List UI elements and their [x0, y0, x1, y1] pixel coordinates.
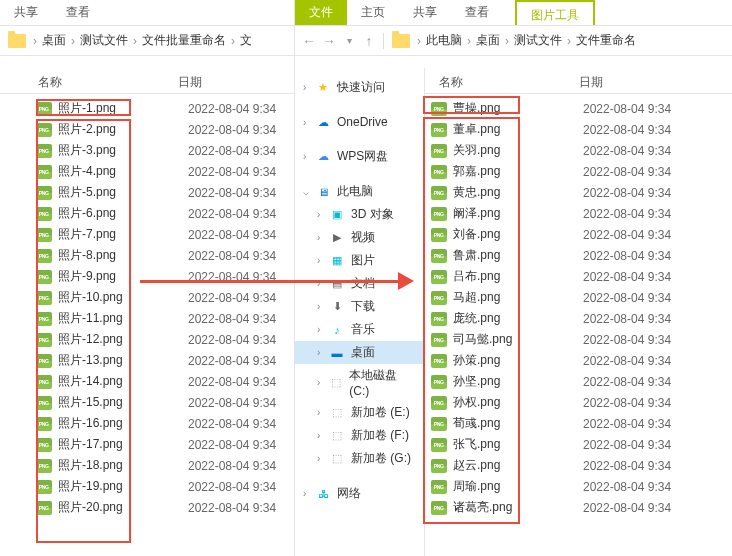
crumb[interactable]: 桌面	[474, 32, 502, 49]
sidebar-item[interactable]: ›▶视频	[295, 226, 424, 249]
file-row[interactable]: 黄忠.png2022-08-04 9:34	[425, 182, 732, 203]
file-row[interactable]: 照片-9.png2022-08-04 9:34	[30, 266, 294, 287]
sidebar-item[interactable]: ›⬇下载	[295, 295, 424, 318]
dropdown-icon[interactable]: ▾	[339, 31, 359, 51]
sidebar-item[interactable]: ›⬚新加卷 (F:)	[295, 424, 424, 447]
file-row[interactable]: 刘备.png2022-08-04 9:34	[425, 224, 732, 245]
crumb[interactable]: 测试文件	[78, 32, 130, 49]
sidebar-item-label: 图片	[351, 252, 375, 269]
file-row[interactable]: 照片-10.png2022-08-04 9:34	[30, 287, 294, 308]
file-row[interactable]: 照片-15.png2022-08-04 9:34	[30, 392, 294, 413]
forward-icon[interactable]: →	[319, 31, 339, 51]
tab-share[interactable]: 共享	[0, 0, 52, 25]
file-row[interactable]: 照片-11.png2022-08-04 9:34	[30, 308, 294, 329]
file-row[interactable]: 照片-17.png2022-08-04 9:34	[30, 434, 294, 455]
file-row[interactable]: 照片-7.png2022-08-04 9:34	[30, 224, 294, 245]
png-file-icon	[36, 291, 52, 305]
up-icon[interactable]: ↑	[359, 31, 379, 51]
sidebar-item[interactable]: ›▦图片	[295, 249, 424, 272]
file-row[interactable]: 吕布.png2022-08-04 9:34	[425, 266, 732, 287]
tab-share[interactable]: 共享	[399, 0, 451, 25]
sidebar-quick-access[interactable]: › ★ 快速访问	[295, 76, 424, 99]
crumb[interactable]: 文	[238, 32, 254, 49]
file-row[interactable]: 照片-6.png2022-08-04 9:34	[30, 203, 294, 224]
sidebar-item[interactable]: ›⬚新加卷 (G:)	[295, 447, 424, 470]
sidebar-item[interactable]: ›⬚本地磁盘 (C:)	[295, 364, 424, 401]
file-list-left[interactable]: 照片-1.png2022-08-04 9:34照片-2.png2022-08-0…	[0, 94, 294, 556]
crumb[interactable]: 测试文件	[512, 32, 564, 49]
tab-view[interactable]: 查看	[451, 0, 503, 25]
tab-home[interactable]: 主页	[347, 0, 399, 25]
chevron-right-icon: ›	[317, 255, 327, 266]
file-row[interactable]: 照片-1.png2022-08-04 9:34	[30, 98, 294, 119]
file-date: 2022-08-04 9:34	[583, 501, 671, 515]
file-row[interactable]: 阚泽.png2022-08-04 9:34	[425, 203, 732, 224]
file-row[interactable]: 郭嘉.png2022-08-04 9:34	[425, 161, 732, 182]
back-icon[interactable]: ←	[299, 31, 319, 51]
sidebar-this-pc[interactable]: ⌵ 🖥 此电脑	[295, 180, 424, 203]
crumb[interactable]: 文件批量重命名	[140, 32, 228, 49]
file-date: 2022-08-04 9:34	[188, 291, 276, 305]
file-row[interactable]: 孙坚.png2022-08-04 9:34	[425, 371, 732, 392]
crumb[interactable]: 此电脑	[424, 32, 464, 49]
file-row[interactable]: 照片-4.png2022-08-04 9:34	[30, 161, 294, 182]
file-row[interactable]: 荀彧.png2022-08-04 9:34	[425, 413, 732, 434]
file-row[interactable]: 照片-3.png2022-08-04 9:34	[30, 140, 294, 161]
sidebar-onedrive[interactable]: › ☁ OneDrive	[295, 111, 424, 133]
png-file-icon	[431, 396, 447, 410]
sidebar-wps[interactable]: › ☁ WPS网盘	[295, 145, 424, 168]
file-row[interactable]: 孙权.png2022-08-04 9:34	[425, 392, 732, 413]
crumb[interactable]: 文件重命名	[574, 32, 638, 49]
chevron-right-icon: ›	[317, 324, 327, 335]
col-date[interactable]: 日期	[170, 68, 294, 93]
tab-view[interactable]: 查看	[52, 0, 104, 25]
png-file-icon	[36, 186, 52, 200]
file-row[interactable]: 照片-19.png2022-08-04 9:34	[30, 476, 294, 497]
file-row[interactable]: 张飞.png2022-08-04 9:34	[425, 434, 732, 455]
chevron-right-icon: ›	[30, 34, 40, 48]
sidebar-item[interactable]: ›▤文档	[295, 272, 424, 295]
col-name[interactable]: 名称	[431, 68, 571, 93]
crumb[interactable]: 桌面	[40, 32, 68, 49]
file-row[interactable]: 鲁肃.png2022-08-04 9:34	[425, 245, 732, 266]
file-date: 2022-08-04 9:34	[188, 270, 276, 284]
file-row[interactable]: 照片-12.png2022-08-04 9:34	[30, 329, 294, 350]
file-name: 照片-1.png	[58, 100, 188, 117]
tab-picture-tools[interactable]: 图片工具	[515, 0, 595, 25]
file-row[interactable]: 照片-16.png2022-08-04 9:34	[30, 413, 294, 434]
file-row[interactable]: 司马懿.png2022-08-04 9:34	[425, 329, 732, 350]
col-name[interactable]: 名称	[30, 68, 170, 93]
sidebar-item[interactable]: ›♪音乐	[295, 318, 424, 341]
file-name: 照片-7.png	[58, 226, 188, 243]
file-row[interactable]: 庞统.png2022-08-04 9:34	[425, 308, 732, 329]
file-row[interactable]: 孙策.png2022-08-04 9:34	[425, 350, 732, 371]
nav-bar-left: › 桌面 › 测试文件 › 文件批量重命名 › 文	[0, 26, 294, 56]
file-row[interactable]: 照片-13.png2022-08-04 9:34	[30, 350, 294, 371]
file-row[interactable]: 照片-14.png2022-08-04 9:34	[30, 371, 294, 392]
sidebar-item[interactable]: ›▬桌面	[295, 341, 424, 364]
divider	[383, 33, 384, 49]
file-row[interactable]: 周瑜.png2022-08-04 9:34	[425, 476, 732, 497]
file-row[interactable]: 照片-8.png2022-08-04 9:34	[30, 245, 294, 266]
file-row[interactable]: 关羽.png2022-08-04 9:34	[425, 140, 732, 161]
file-row[interactable]: 照片-2.png2022-08-04 9:34	[30, 119, 294, 140]
file-row[interactable]: 董卓.png2022-08-04 9:34	[425, 119, 732, 140]
png-file-icon	[431, 354, 447, 368]
file-row[interactable]: 照片-20.png2022-08-04 9:34	[30, 497, 294, 518]
tab-file[interactable]: 文件	[295, 0, 347, 25]
col-date[interactable]: 日期	[571, 68, 732, 93]
sidebar-item[interactable]: ›⬚新加卷 (E:)	[295, 401, 424, 424]
file-date: 2022-08-04 9:34	[583, 312, 671, 326]
file-date: 2022-08-04 9:34	[188, 501, 276, 515]
sidebar-network[interactable]: › 🖧 网络	[295, 482, 424, 505]
file-row[interactable]: 照片-5.png2022-08-04 9:34	[30, 182, 294, 203]
sidebar-item[interactable]: ›▣3D 对象	[295, 203, 424, 226]
file-row[interactable]: 马超.png2022-08-04 9:34	[425, 287, 732, 308]
file-list-right[interactable]: 曹操.png2022-08-04 9:34董卓.png2022-08-04 9:…	[425, 94, 732, 556]
file-date: 2022-08-04 9:34	[583, 459, 671, 473]
file-row[interactable]: 诸葛亮.png2022-08-04 9:34	[425, 497, 732, 518]
file-row[interactable]: 照片-18.png2022-08-04 9:34	[30, 455, 294, 476]
file-row[interactable]: 曹操.png2022-08-04 9:34	[425, 98, 732, 119]
file-row[interactable]: 赵云.png2022-08-04 9:34	[425, 455, 732, 476]
file-name: 关羽.png	[453, 142, 583, 159]
